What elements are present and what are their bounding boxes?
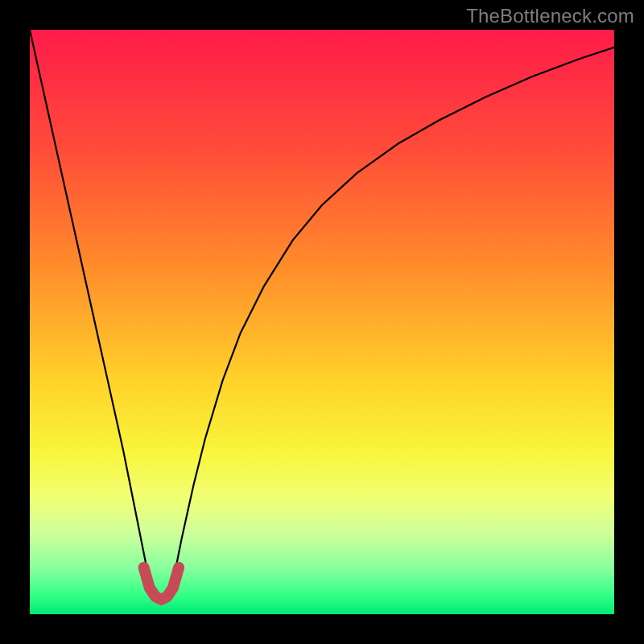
chart-frame: TheBottleneck.com <box>0 0 644 644</box>
plot-area <box>30 30 614 614</box>
watermark-label: TheBottleneck.com <box>466 5 634 27</box>
svg-rect-0 <box>30 30 614 614</box>
background-gradient <box>30 30 614 614</box>
